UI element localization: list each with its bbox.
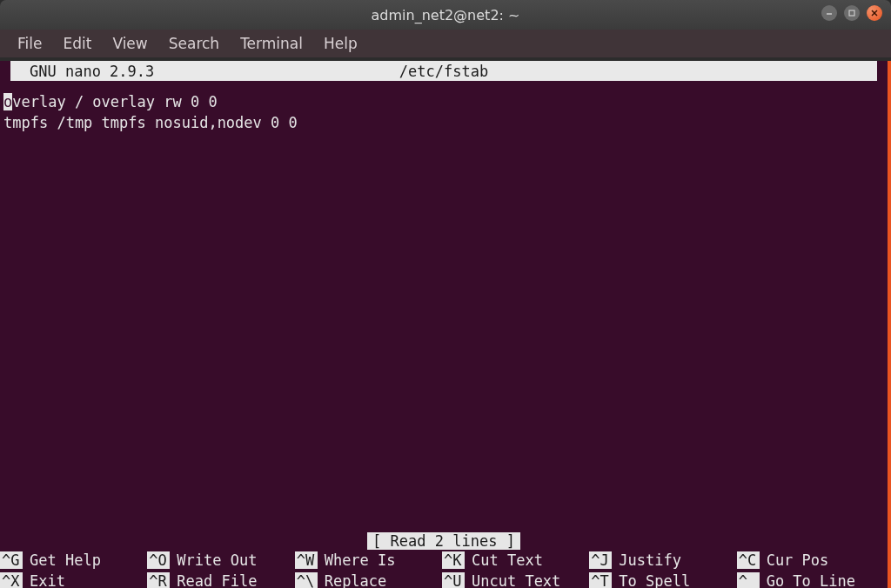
menu-view[interactable]: View <box>104 31 156 56</box>
shortcut-replace[interactable]: ^\ Replace <box>295 571 442 588</box>
shortcut-label: Where Is <box>318 551 396 569</box>
shortcut-cut-text[interactable]: ^K Cut Text <box>442 550 589 571</box>
close-icon <box>870 9 879 17</box>
shortcut-label: Write Out <box>170 551 257 569</box>
shortcut-row-2: ^X Exit ^R Read File ^\ Replace ^U Uncut… <box>0 571 884 588</box>
nano-filename: /etc/fstab <box>399 63 488 80</box>
menu-search[interactable]: Search <box>160 31 228 56</box>
shortcut-key: ^R <box>147 572 170 588</box>
shortcut-key: ^U <box>442 572 465 588</box>
shortcut-label: Replace <box>318 572 387 588</box>
minimize-button[interactable] <box>821 5 837 21</box>
menu-help[interactable]: Help <box>315 31 366 56</box>
svg-rect-1 <box>849 10 854 16</box>
text-cursor: o <box>3 93 12 110</box>
nano-content[interactable]: overlay / overlay rw 0 0 tmpfs /tmp tmpf… <box>0 81 888 133</box>
nano-app-name: GNU nano 2.9.3 <box>21 63 154 80</box>
shortcut-uncut-text[interactable]: ^U Uncut Text <box>442 571 589 588</box>
shortcut-label: To Spell <box>612 572 690 588</box>
titlebar: admin_net2@net2: ~ <box>0 0 891 30</box>
shortcut-key: ^J <box>589 551 612 569</box>
minimize-icon <box>825 9 834 17</box>
shortcut-go-to-line[interactable]: ^_ Go To Line <box>737 571 884 588</box>
shortcut-label: Get Help <box>23 551 101 569</box>
nano-status-text: [ Read 2 lines ] <box>367 532 520 550</box>
maximize-button[interactable] <box>844 5 860 21</box>
shortcut-cur-pos[interactable]: ^C Cur Pos <box>737 550 884 571</box>
content-line-1: verlay / overlay rw 0 0 <box>12 93 217 110</box>
shortcut-key: ^G <box>0 551 23 569</box>
terminal-area[interactable]: GNU nano 2.9.3 /etc/fstab overlay / over… <box>0 61 891 588</box>
maximize-icon <box>847 9 856 17</box>
menu-file[interactable]: File <box>9 31 50 56</box>
shortcut-key: ^T <box>589 572 612 588</box>
shortcut-row-1: ^G Get Help ^O Write Out ^W Where Is ^K … <box>0 550 884 571</box>
shortcut-key: ^X <box>0 572 23 588</box>
shortcut-label: Justify <box>612 551 681 569</box>
shortcut-to-spell[interactable]: ^T To Spell <box>589 571 736 588</box>
content-line-2: tmpfs /tmp tmpfs nosuid,nodev 0 0 <box>3 114 298 131</box>
shortcut-justify[interactable]: ^J Justify <box>589 550 736 571</box>
nano-shortcuts: ^G Get Help ^O Write Out ^W Where Is ^K … <box>0 550 884 588</box>
shortcut-key: ^O <box>147 551 170 569</box>
shortcut-key: ^W <box>295 551 318 569</box>
shortcut-where-is[interactable]: ^W Where Is <box>295 550 442 571</box>
nano-header: GNU nano 2.9.3 /etc/fstab <box>10 61 877 81</box>
shortcut-read-file[interactable]: ^R Read File <box>147 571 294 588</box>
window-controls <box>821 5 882 21</box>
shortcut-label: Exit <box>23 572 65 588</box>
shortcut-label: Go To Line <box>760 572 855 588</box>
close-button[interactable] <box>867 5 882 21</box>
shortcut-write-out[interactable]: ^O Write Out <box>147 550 294 571</box>
menubar: File Edit View Search Terminal Help <box>0 30 891 57</box>
shortcut-label: Uncut Text <box>465 572 560 588</box>
shortcut-key: ^_ <box>737 572 760 588</box>
menu-terminal[interactable]: Terminal <box>231 31 312 56</box>
shortcut-key: ^K <box>442 551 465 569</box>
shortcut-label: Cur Pos <box>760 551 829 569</box>
shortcut-key: ^C <box>737 551 760 569</box>
window-title: admin_net2@net2: ~ <box>372 7 520 23</box>
shortcut-label: Read File <box>170 572 257 588</box>
shortcut-key: ^\ <box>295 572 318 588</box>
nano-status-bar: [ Read 2 lines ] <box>0 532 888 550</box>
shortcut-get-help[interactable]: ^G Get Help <box>0 550 147 571</box>
shortcut-label: Cut Text <box>465 551 543 569</box>
shortcut-exit[interactable]: ^X Exit <box>0 571 147 588</box>
menu-edit[interactable]: Edit <box>54 31 100 56</box>
